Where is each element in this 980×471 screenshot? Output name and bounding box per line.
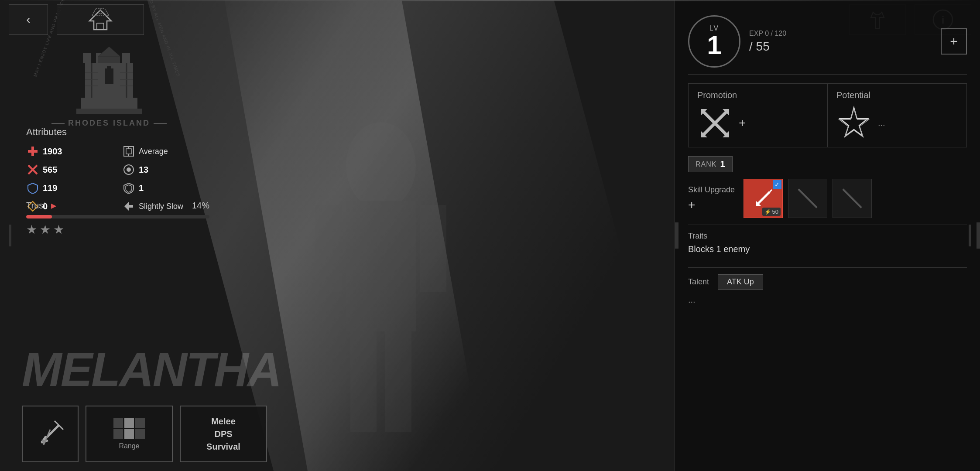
def2-attribute: 1 [122, 181, 209, 195]
range-cell-6 [135, 429, 145, 439]
atk-attribute: 565 [26, 163, 113, 176]
block-attribute: 13 [122, 163, 209, 176]
block-value: 13 [139, 165, 148, 175]
exp-info: EXP 0 / 120 / 55 [749, 30, 932, 54]
star-1: ★ [26, 222, 37, 237]
edge-left-decoration [9, 225, 11, 246]
svg-point-46 [346, 122, 416, 209]
talent-dots: ... [688, 295, 967, 305]
range-cell-4 [113, 429, 123, 439]
talent-row: Talent ATK Up [688, 274, 967, 290]
skill-slot-3[interactable] [833, 179, 872, 218]
traits-title: Traits [688, 232, 967, 241]
promotion-content: + [697, 106, 819, 140]
skill-upgrade-label: Skill Upgrade + [688, 185, 735, 212]
def-value: 119 [43, 183, 57, 193]
svg-rect-30 [126, 149, 131, 154]
rank-section: RANK 1 Skill Upgrade + ✓ ⚡ [688, 156, 967, 218]
slash-icon-3 [842, 188, 862, 208]
left-panel: MAY I ENJOY LIFE AND PRACTICE MY ART RES… [0, 0, 209, 471]
edge-right-decoration [969, 225, 971, 246]
potential-star-icon [836, 106, 871, 140]
def-icon [26, 181, 39, 195]
top-decoration [0, 0, 980, 1]
promotion-x-icon [699, 107, 731, 140]
traits-section: Traits Blocks 1 enemy [688, 225, 967, 261]
svg-marker-0 [89, 10, 111, 30]
potential-svg-icon [836, 106, 871, 140]
svg-marker-26 [98, 47, 120, 56]
star-2: ★ [40, 222, 51, 237]
castle-svg [74, 47, 144, 116]
tag-survival: Survival [206, 442, 240, 452]
skill-upgrade-plus[interactable]: + [688, 198, 735, 212]
tag-dps: DPS [214, 429, 232, 439]
rank-number: 1 [720, 159, 725, 169]
skill-cost-value: 50 [772, 208, 778, 215]
promotion-title: Promotion [697, 90, 819, 100]
trust-arrow-icon: ▶ [51, 201, 56, 210]
exp-separator: / [771, 30, 773, 37]
svg-rect-28 [28, 150, 38, 153]
castle-logo [70, 47, 148, 116]
svg-rect-11 [122, 53, 130, 63]
svg-marker-59 [839, 109, 869, 137]
def-attribute: 119 [26, 181, 113, 195]
svg-point-36 [127, 167, 131, 172]
star-3: ★ [53, 222, 64, 237]
tags-box: Melee DPS Survival [180, 406, 267, 462]
trust-bar-background [26, 215, 209, 218]
svg-rect-17 [76, 109, 142, 114]
atk-value: 565 [43, 165, 57, 175]
svg-rect-50 [350, 323, 377, 432]
block-icon [122, 163, 135, 176]
exp-label: EXP 0 / 120 [749, 30, 932, 38]
level-max-display: / 55 [749, 40, 932, 54]
trust-section: Trust ▶ 14% [26, 201, 209, 218]
atk-icon [26, 163, 39, 176]
svg-line-62 [770, 190, 772, 192]
trust-row: Trust ▶ 14% [26, 201, 209, 211]
exp-label-text: EXP [749, 30, 763, 37]
skill-cost-1: ⚡ 50 [762, 208, 781, 216]
lightning-icon: ⚡ [764, 209, 771, 215]
range-label: Range [119, 442, 139, 450]
logo-area: MAY I ENJOY LIFE AND PRACTICE MY ART RES… [26, 39, 192, 135]
add-exp-button[interactable]: + [941, 28, 967, 55]
exp-current: 0 [765, 30, 769, 37]
skill-upgrade-text: Skill Upgrade [688, 185, 735, 195]
svg-line-60 [757, 192, 770, 205]
trust-label: Trust [26, 201, 46, 211]
home-icon [87, 8, 113, 32]
slash-icon-2 [798, 188, 817, 208]
skill-slot-2[interactable] [788, 179, 827, 218]
attack-speed-attribute: Average [122, 145, 209, 158]
svg-rect-49 [420, 205, 446, 292]
svg-line-42 [59, 425, 63, 430]
bottom-left-controls: Range Melee DPS Survival [22, 406, 267, 462]
range-cell-5 [124, 429, 134, 439]
home-button[interactable] [57, 4, 144, 35]
hp-icon [26, 145, 39, 158]
svg-rect-51 [385, 323, 411, 432]
hp-attribute: 1903 [26, 145, 113, 158]
stars-row: ★ ★ ★ [26, 222, 64, 237]
def2-icon [122, 181, 135, 195]
range-grid [113, 418, 145, 439]
svg-rect-14 [105, 68, 113, 84]
svg-marker-58 [840, 108, 868, 136]
skill-1-icon [752, 188, 774, 209]
skill-slot-1[interactable]: ✓ ⚡ 50 [744, 179, 783, 218]
attributes-section: Attributes 1903 Average 565 [26, 126, 209, 213]
skill-icon-box[interactable] [22, 406, 79, 462]
tag-melee: Melee [211, 416, 236, 427]
svg-rect-13 [98, 56, 120, 63]
operator-name: Melantha [22, 341, 281, 397]
exp-max: 120 [774, 30, 786, 37]
traits-text: Blocks 1 enemy [688, 244, 967, 254]
back-button[interactable]: ‹ [9, 4, 48, 35]
rank-badge: RANK 1 [688, 156, 733, 172]
skill-upgrade-row: Skill Upgrade + ✓ ⚡ 50 [688, 179, 967, 218]
level-number: 1 [707, 32, 721, 58]
promotion-plus-button[interactable]: + [739, 116, 746, 130]
